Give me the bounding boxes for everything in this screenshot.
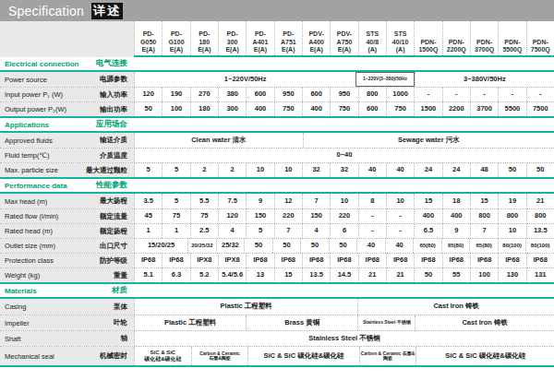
column-header: PD-180E(A) xyxy=(190,21,218,55)
value-cell: 14.5 xyxy=(330,268,357,282)
value-cell: 220 xyxy=(330,209,357,223)
value-cell: 7500 xyxy=(526,102,554,116)
value-cell: 9 xyxy=(246,194,273,208)
column-header-spacer xyxy=(0,21,134,57)
value-cell: 4 xyxy=(218,224,246,238)
row-label: Shaft轴 xyxy=(0,331,134,346)
value-cell: 10 xyxy=(498,224,525,238)
page-title: Specification xyxy=(8,4,84,18)
value-cell: 7.5 xyxy=(218,194,246,208)
row-label-en: Impeller xyxy=(5,319,30,327)
column-header-row: PD-G050E(A)PD-G100E(A)PD-180E(A)PD-300E(… xyxy=(0,21,554,57)
value-cell: 3~380V/50Hz xyxy=(415,72,554,87)
value-cell: 750 xyxy=(274,102,302,116)
value-cell: Cast Iron 铸铁 xyxy=(357,299,554,315)
value-cell: 18 xyxy=(442,194,470,208)
row-label-en: Rated flow (l/min) xyxy=(5,212,58,220)
row-label-zh: 最大扬程 xyxy=(100,196,127,206)
value-cell: 15 xyxy=(274,268,302,282)
value-cell: 40 xyxy=(358,163,386,177)
value-cell: 13.5 xyxy=(526,224,554,238)
value-cell: 7 xyxy=(470,224,498,238)
value-cell: 800 xyxy=(526,209,554,223)
value-cell: IP68 xyxy=(274,254,302,267)
row-label-en: Max head (m) xyxy=(5,197,47,206)
row-label: Weight (kg)重量 xyxy=(0,268,134,282)
value-cell: 6 xyxy=(330,224,357,238)
value-cell: 9 xyxy=(442,224,470,238)
section-header-rest xyxy=(134,284,554,297)
value-cell: 21 xyxy=(386,268,414,282)
row-label-zh: 最大通过颗粒 xyxy=(86,166,127,175)
section-label: Materials材质 xyxy=(0,284,134,297)
section-name-zh: 电气连接 xyxy=(96,58,127,69)
value-cell: 1500 xyxy=(414,102,441,116)
value-cell: 2.5 xyxy=(190,224,218,238)
value-cell: 0~40 xyxy=(134,148,554,162)
value-cell: IP68 xyxy=(330,254,357,267)
value-cell: 5 xyxy=(134,163,162,177)
value-cell: Brass 黄铜 xyxy=(246,315,357,330)
value-cell: 5.2 xyxy=(190,268,218,282)
column-header: STS40/8(A) xyxy=(358,21,386,55)
value-cell: 5.1 xyxy=(134,268,162,282)
value-cell: - xyxy=(442,88,470,101)
section-name: Electrical connection xyxy=(5,60,78,68)
column-header: PD-G100E(A) xyxy=(162,21,189,55)
value-cell: - xyxy=(470,88,498,101)
row-label-en: Rated head (m) xyxy=(5,227,53,235)
row-label: Max head (m)最大扬程 xyxy=(0,194,134,208)
table-row: Protection class防护等级IP68IP68IPX8IPX8IP68… xyxy=(0,253,554,267)
value-cell: Cast Iron 铸铁 xyxy=(415,315,554,330)
table-row: Rated head (m)额定扬程112.545746--6.5971013.… xyxy=(0,223,554,238)
value-cell: 40 xyxy=(356,239,385,253)
column-header: PD-A401E(A) xyxy=(246,21,273,55)
table-row: Rated flow (l/min)额定流量457575120150220150… xyxy=(0,208,554,223)
table-row: Approved fluids输送介质Clean water 清水Sewage … xyxy=(0,133,554,148)
value-cell: - xyxy=(358,224,386,238)
row-label-en: Power source xyxy=(5,76,47,84)
value-cell: 80(100) xyxy=(525,239,554,253)
row-label-en: Outlet size (mm) xyxy=(5,242,55,250)
table-row: Impeller叶轮Plastic 工程塑料Brass 黄铜Stainless … xyxy=(0,315,554,330)
value-cell: 6.5 xyxy=(414,224,441,238)
value-cell: 400 xyxy=(414,209,441,223)
value-cell: 24 xyxy=(442,163,470,177)
value-cell: 100 xyxy=(470,268,498,282)
row-cells: 1~220V/50Hz1~220V(3~380)/50Hz3~380V/50Hz xyxy=(134,72,554,87)
column-header: PD-300E(A) xyxy=(218,21,246,55)
section-name: Applications xyxy=(5,121,49,129)
value-cell: 100 xyxy=(162,102,189,116)
table-row: Casing泵体Plastic 工程塑料Cast Iron 铸铁 xyxy=(0,299,554,315)
value-cell: 120 xyxy=(134,88,162,101)
row-label-zh: 机械密封 xyxy=(100,351,127,361)
value-cell: 50 xyxy=(498,163,525,177)
row-cells: 5010018030040075040075060075015002200370… xyxy=(134,102,554,116)
table-row: Power source电源参数1~220V/50Hz1~220V(3~380)… xyxy=(0,72,554,87)
row-label-en: Protection class xyxy=(5,256,54,265)
value-cell: 5 xyxy=(246,224,273,238)
row-cells: IP68IP68IPX8IPX8IP68IP68IP68IP68IP68IP68… xyxy=(134,254,554,267)
value-cell: IP68 xyxy=(526,254,554,267)
value-cell: 5500 xyxy=(498,102,525,116)
column-header: PDN-3700Q xyxy=(470,21,498,55)
value-cell: 2200 xyxy=(442,102,470,116)
value-cell: 50 xyxy=(329,239,357,253)
value-cell: Plastic 工程塑料 xyxy=(134,299,357,315)
row-label: Input power P₁ (W)输入功率 xyxy=(0,88,134,101)
value-cell: 45 xyxy=(134,209,162,223)
value-cell: IP68 xyxy=(470,254,498,267)
value-cell: 5 xyxy=(162,194,189,208)
value-cell: Carbon & Ceramic 石墨&陶瓷 xyxy=(359,347,416,365)
value-cell: 3.5 xyxy=(134,194,162,208)
spec-sheet: Specification 详述 PD-G050E(A)PD-G100E(A)P… xyxy=(0,0,554,392)
row-cells: Plastic 工程塑料Brass 黄铜Stainless Steel 不锈钢C… xyxy=(134,315,554,330)
value-cell: IP68 xyxy=(498,254,525,267)
value-cell: 50 xyxy=(300,239,329,253)
value-cell: 8 xyxy=(358,194,386,208)
row-label: Fluid temp(℃)介质温度 xyxy=(0,148,134,162)
row-label: Rated head (m)额定扬程 xyxy=(0,224,134,238)
value-cell: 50 xyxy=(272,239,301,253)
value-cell: 1~220V(3~380)/50Hz xyxy=(355,72,414,87)
value-cell: 600 xyxy=(302,88,330,101)
